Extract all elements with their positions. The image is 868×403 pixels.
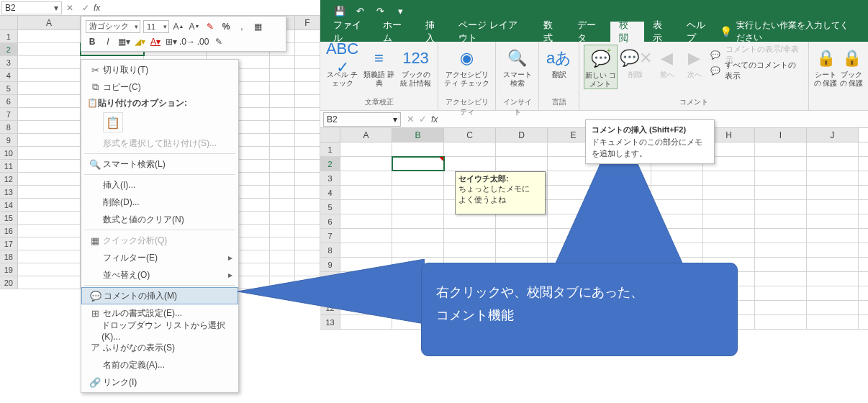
font-size-select[interactable]: 11▾	[143, 20, 169, 33]
cell[interactable]	[340, 186, 392, 199]
cell[interactable]	[18, 199, 81, 211]
tab-insert[interactable]: 挿入	[417, 22, 451, 42]
row-header[interactable]: 5	[0, 82, 18, 94]
comma-icon[interactable]: ,	[235, 20, 248, 33]
row-header[interactable]: 8	[320, 243, 340, 257]
cell[interactable]	[392, 157, 444, 171]
cell[interactable]	[392, 186, 444, 199]
cell[interactable]	[392, 229, 444, 243]
redo-icon[interactable]: ↷	[372, 3, 388, 19]
cell[interactable]	[270, 160, 295, 172]
cell[interactable]	[270, 82, 295, 94]
cell[interactable]	[18, 95, 81, 107]
tab-data[interactable]: データ	[569, 22, 610, 42]
cell[interactable]	[392, 243, 444, 257]
col-header[interactable]: A	[18, 16, 81, 30]
cell[interactable]	[703, 229, 755, 243]
row-header[interactable]: 15	[0, 212, 18, 224]
fill-color-icon[interactable]: ◢▾	[133, 35, 146, 48]
cell[interactable]	[496, 157, 548, 171]
cell[interactable]	[392, 200, 444, 214]
cell[interactable]	[755, 186, 807, 199]
cell[interactable]	[295, 121, 320, 133]
format-painter-icon[interactable]: ✎	[204, 20, 217, 33]
cell[interactable]	[703, 171, 755, 185]
increase-decimal-icon[interactable]: .00	[196, 35, 209, 48]
cell[interactable]	[18, 121, 81, 133]
tab-formulas[interactable]: 数式	[535, 22, 569, 42]
cell[interactable]	[392, 142, 444, 156]
cell[interactable]	[392, 214, 444, 228]
col-header[interactable]: F	[295, 16, 320, 30]
row-header[interactable]: 1	[320, 142, 340, 156]
cell[interactable]	[18, 276, 81, 289]
cell[interactable]	[18, 69, 81, 81]
cell[interactable]	[295, 173, 320, 185]
cell[interactable]	[295, 43, 320, 55]
col-header[interactable]: A	[340, 128, 392, 142]
ctx-sort[interactable]: 並べ替え(O)▸	[81, 266, 238, 284]
col-header[interactable]: B	[392, 128, 444, 142]
font-color-icon[interactable]: A▾	[149, 35, 162, 48]
cell[interactable]	[18, 56, 81, 68]
select-all-corner[interactable]	[0, 16, 18, 30]
qat-caret-icon[interactable]: ▾	[392, 3, 408, 19]
merge-icon[interactable]: ▦	[251, 20, 264, 33]
thesaurus-button[interactable]: ≡類義語 辞典	[361, 45, 397, 97]
increase-font-icon[interactable]: A▲	[172, 20, 185, 33]
row-header[interactable]: 2	[0, 43, 18, 55]
cell[interactable]	[270, 186, 295, 198]
row-header[interactable]: 3	[0, 56, 18, 68]
cell[interactable]	[18, 147, 81, 159]
cell[interactable]	[703, 243, 755, 257]
cell[interactable]	[295, 237, 320, 250]
cell[interactable]	[444, 142, 496, 156]
cell[interactable]	[340, 171, 392, 185]
ctx-define-name[interactable]: 名前の定義(A)...	[81, 356, 238, 373]
cell[interactable]	[295, 199, 320, 211]
cell[interactable]	[295, 134, 320, 146]
cell[interactable]	[295, 56, 320, 68]
cell[interactable]	[18, 186, 81, 198]
cell[interactable]	[807, 243, 859, 257]
protect-book-button[interactable]: 🔒ブックの 保護	[839, 45, 864, 97]
cell[interactable]	[807, 286, 859, 300]
cell[interactable]	[340, 214, 392, 228]
ctx-link[interactable]: 🔗リンク(I)	[81, 373, 238, 391]
cell[interactable]	[18, 250, 81, 263]
border-icon[interactable]: ▦▾	[117, 35, 130, 48]
row-header[interactable]: 16	[0, 225, 18, 237]
tab-home[interactable]: ホーム	[374, 22, 416, 42]
cell[interactable]	[18, 134, 81, 146]
cell[interactable]	[18, 43, 81, 55]
cell[interactable]	[496, 214, 548, 228]
cell-comment[interactable]: セイウチ太郎: ちょっとしたメモに よく使うよね	[455, 171, 546, 214]
cell[interactable]	[755, 200, 807, 214]
cell[interactable]	[295, 160, 320, 172]
cell[interactable]	[270, 69, 295, 81]
cell[interactable]	[18, 173, 81, 185]
cell[interactable]	[755, 286, 807, 300]
cell[interactable]	[18, 263, 81, 276]
cell[interactable]	[807, 186, 859, 199]
cell[interactable]	[807, 315, 859, 329]
cell[interactable]	[270, 225, 295, 237]
row-header[interactable]: 4	[0, 69, 18, 81]
row-header[interactable]: 2	[320, 157, 340, 171]
cell[interactable]	[755, 258, 807, 271]
row-header[interactable]: 9	[0, 134, 18, 146]
format-icon[interactable]: ✎	[212, 35, 225, 48]
row-header[interactable]: 7	[320, 229, 340, 243]
ctx-clear[interactable]: 数式と値のクリア(N)	[81, 211, 238, 228]
cell[interactable]	[270, 56, 295, 68]
cell[interactable]	[340, 157, 392, 171]
cell[interactable]	[295, 147, 320, 159]
cell[interactable]	[807, 142, 859, 156]
fx-icon[interactable]: fx	[431, 114, 438, 124]
show-all-comments[interactable]: 💬すべてのコメントの表示	[710, 63, 803, 78]
cell[interactable]	[270, 134, 295, 146]
col-header[interactable]: J	[807, 128, 859, 142]
ctx-copy[interactable]: ⧉コピー(C)	[81, 78, 238, 96]
ctx-insert[interactable]: 挿入(I)...	[81, 176, 238, 194]
cell[interactable]	[270, 212, 295, 224]
